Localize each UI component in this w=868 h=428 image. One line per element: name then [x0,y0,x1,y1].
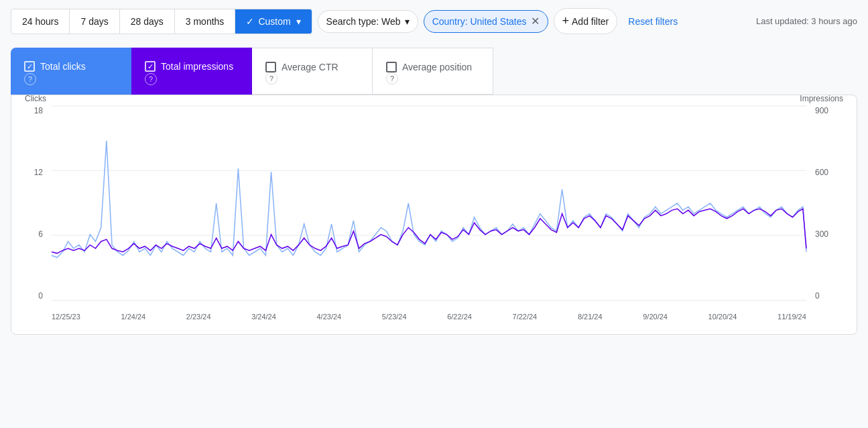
chart-area: Clicks Impressions 18 12 6 0 900 600 300… [25,106,843,321]
search-type-dropdown-icon: ▾ [405,16,410,27]
search-type-filter[interactable]: Search type: Web ▾ [318,10,418,33]
chart-svg [52,106,806,301]
metric-card-clicks[interactable]: Total clicks ? [11,48,131,95]
metric-card-impressions[interactable]: Total impressions ? [131,48,252,95]
filter-28days[interactable]: 28 days [120,9,175,34]
filter-3months[interactable]: 3 months [175,9,236,34]
metrics-container: Total clicks ? Total impressions ? Avera… [11,48,857,95]
y-labels-right: 900 600 300 0 [810,106,843,301]
x-axis-labels: 12/25/23 1/24/24 2/23/24 3/24/24 4/23/24… [52,313,806,321]
ctr-checkbox[interactable] [265,62,276,72]
metric-label-clicks: Total clicks [24,61,118,72]
y-axis-right-title: Impressions [800,94,843,103]
dropdown-icon: ▾ [296,16,301,27]
metric-label-avg-position: Average position [386,62,479,72]
plus-icon: + [562,14,570,28]
y-labels-left: 18 12 6 0 [25,106,48,301]
add-filter-button[interactable]: + Add filter [554,8,618,34]
top-bar: 24 hours 7 days 28 days 3 months ✓ Custo… [0,0,868,42]
metric-label-impressions: Total impressions [145,61,239,72]
country-filter-close-icon[interactable]: ✕ [531,16,540,27]
metric-card-avg-position[interactable]: Average position ? [373,48,493,95]
clicks-checkbox[interactable] [24,61,35,72]
time-filter-group: 24 hours 7 days 28 days 3 months ✓ Custo… [11,9,312,34]
filter-24hours[interactable]: 24 hours [11,9,70,34]
chart-lines [52,106,806,301]
avg-position-checkbox[interactable] [386,62,397,72]
impressions-checkbox[interactable] [145,61,156,72]
impressions-help-icon[interactable]: ? [145,73,157,85]
checkmark-icon: ✓ [246,16,254,27]
metric-label-ctr: Average CTR [265,62,359,72]
filter-custom[interactable]: ✓ Custom ▾ [235,9,311,34]
country-filter[interactable]: Country: United States ✕ [424,10,548,33]
reset-filters-button[interactable]: Reset filters [623,11,683,32]
last-updated-label: Last updated: 3 hours ago [756,16,857,26]
main-content: Total clicks ? Total impressions ? Avera… [0,42,868,345]
chart-container: Clicks Impressions 18 12 6 0 900 600 300… [11,95,857,335]
clicks-help-icon[interactable]: ? [24,73,36,85]
metric-card-ctr[interactable]: Average CTR ? [252,48,373,95]
filter-7days[interactable]: 7 days [70,9,119,34]
ctr-help-icon[interactable]: ? [265,72,277,85]
y-axis-left-title: Clicks [25,94,46,103]
avg-position-help-icon[interactable]: ? [386,72,398,85]
